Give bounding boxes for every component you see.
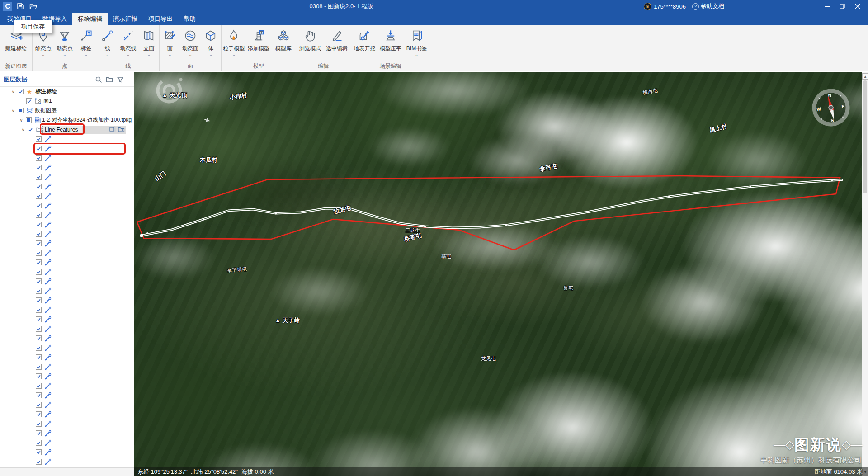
dynamic-polygon-button[interactable]: 动态面⌄ [180, 28, 200, 57]
layer-line-row[interactable] [0, 172, 134, 182]
checkbox-checked[interactable] [36, 345, 42, 351]
bim-bookmark-button[interactable]: BIM BIM书签⌄ [404, 28, 429, 57]
layer-line-row[interactable] [0, 277, 134, 286]
layer-line-row[interactable] [0, 201, 134, 210]
expand-chevron-icon[interactable]: ∨ [21, 127, 25, 132]
checkbox-checked[interactable] [36, 193, 42, 199]
layer-line-row[interactable] [0, 305, 134, 315]
tab-plot-edit[interactable]: 标绘编辑 [72, 13, 108, 25]
layer-line-row[interactable] [0, 457, 134, 467]
checkbox-checked[interactable] [36, 222, 42, 227]
checkbox-checked[interactable] [36, 449, 42, 455]
volume-button[interactable]: 体⌄ [201, 28, 221, 57]
checkbox-partial[interactable] [18, 108, 24, 113]
model-flatten-button[interactable]: 模型压平 [378, 28, 403, 57]
checkbox-checked[interactable] [36, 421, 42, 427]
layer-line-row[interactable] [0, 267, 134, 277]
folder-move-icon[interactable] [118, 126, 125, 135]
checkbox-checked[interactable] [36, 240, 42, 246]
map-viewport[interactable]: N E S W ▲ 天光顶小律村梅海屯星上村木瓜村山门拉龙屯拿弓屯桥等屯三龙生慕… [134, 72, 868, 476]
line-button[interactable]: 线⌄ [97, 28, 118, 57]
select-edit-button[interactable]: 选中编辑 [324, 28, 349, 57]
app-logo-icon[interactable] [3, 2, 12, 11]
checkbox-checked[interactable] [36, 184, 42, 189]
layer-line-row[interactable] [0, 296, 134, 305]
layer-line-row[interactable] [0, 258, 134, 267]
layer-line-row[interactable] [0, 334, 134, 343]
layer-line-row[interactable] [0, 324, 134, 334]
chevron-down-icon[interactable]: ⌄ [168, 52, 172, 57]
layer-line-row[interactable] [0, 353, 134, 362]
restore-button[interactable] [835, 0, 850, 13]
close-button[interactable] [850, 0, 865, 13]
dynamic-point-button[interactable]: 动态点⌄ [54, 28, 75, 57]
minimize-button[interactable] [819, 0, 835, 13]
layer-line-row[interactable] [0, 210, 134, 220]
rename-confirm-icon[interactable] [109, 126, 116, 135]
search-icon[interactable] [95, 76, 102, 83]
checkbox-checked[interactable] [36, 307, 42, 313]
checkbox-checked[interactable] [36, 440, 42, 446]
checkbox-checked[interactable] [36, 373, 42, 379]
checkbox-checked[interactable] [36, 231, 42, 237]
add-model-button[interactable]: T 添加模型 [246, 28, 271, 57]
tree-item-line-features[interactable]: ∨ [0, 125, 134, 134]
checkbox-checked[interactable] [36, 392, 42, 398]
checkbox-checked[interactable] [36, 250, 42, 256]
layer-line-row[interactable] [0, 229, 134, 239]
tab-presentation[interactable]: 演示汇报 [108, 13, 143, 25]
layer-line-row[interactable] [0, 419, 134, 429]
checkbox-checked[interactable] [36, 136, 42, 142]
help-docs-link[interactable]: 帮助文档 [701, 2, 724, 10]
layer-line-row[interactable] [0, 362, 134, 372]
layer-line-row[interactable] [0, 134, 134, 144]
compass[interactable]: N E S W [812, 89, 849, 126]
layer-line-row[interactable] [0, 438, 134, 448]
save-icon[interactable] [16, 2, 25, 11]
checkbox-checked[interactable] [26, 98, 32, 104]
checkbox-checked[interactable] [36, 335, 42, 341]
checkbox-checked[interactable] [36, 155, 42, 161]
checkbox-checked[interactable] [36, 174, 42, 180]
checkbox-checked[interactable] [36, 383, 42, 389]
expand-chevron-icon[interactable]: ∨ [11, 90, 15, 94]
tree-item-annotation-root[interactable]: ∨ ★ 标注标绘 [0, 87, 134, 96]
layer-line-row[interactable] [0, 400, 134, 410]
checkbox-checked[interactable] [36, 165, 42, 170]
chevron-down-icon[interactable]: ⌄ [415, 52, 419, 57]
user-account[interactable]: 175****8906 [654, 3, 686, 10]
chevron-down-icon[interactable]: ⌄ [127, 52, 130, 57]
checkbox-checked[interactable] [36, 402, 42, 408]
tab-help[interactable]: 帮助 [178, 13, 201, 25]
checkbox-checked[interactable] [36, 411, 42, 417]
checkbox-checked[interactable] [36, 354, 42, 360]
layer-line-row[interactable] [0, 410, 134, 419]
checkbox-checked[interactable] [36, 297, 42, 303]
scroll-up-button[interactable]: ▲ [862, 73, 868, 80]
checkbox-checked[interactable] [36, 364, 42, 370]
filter-icon[interactable] [117, 76, 124, 83]
facade-button[interactable]: 立面⌄ [138, 28, 159, 57]
browse-mode-button[interactable]: 浏览模式 [297, 28, 323, 57]
checkbox-checked[interactable] [36, 430, 42, 436]
checkbox-checked[interactable] [36, 326, 42, 332]
tree-item-data-root[interactable]: ∨ 数据图层 [0, 106, 134, 115]
checkbox-checked[interactable] [18, 89, 24, 94]
layer-line-row[interactable] [0, 372, 134, 381]
layer-line-row[interactable] [0, 191, 134, 201]
help-question-icon[interactable]: ? [692, 3, 699, 10]
chevron-down-icon[interactable]: ⌄ [209, 52, 213, 57]
scrollbar-thumb[interactable] [863, 80, 867, 193]
layer-line-row[interactable] [0, 248, 134, 258]
member-badge-icon[interactable]: ♛ [644, 3, 651, 10]
tree-item-package[interactable]: ∨ TPK 1-2-对齐坐标0324-边线加密-100.tpkg [0, 115, 134, 125]
checkbox-checked[interactable] [36, 203, 42, 208]
checkbox-checked[interactable] [36, 269, 42, 275]
layer-line-row[interactable] [0, 163, 134, 172]
chevron-down-icon[interactable]: ⌄ [42, 52, 45, 57]
chevron-down-icon[interactable]: ⌄ [106, 52, 109, 57]
corridor-polygon[interactable] [137, 176, 840, 250]
chevron-down-icon[interactable]: ⌄ [189, 52, 192, 57]
checkbox-checked[interactable] [28, 127, 33, 132]
checkbox-partial[interactable] [26, 117, 32, 123]
